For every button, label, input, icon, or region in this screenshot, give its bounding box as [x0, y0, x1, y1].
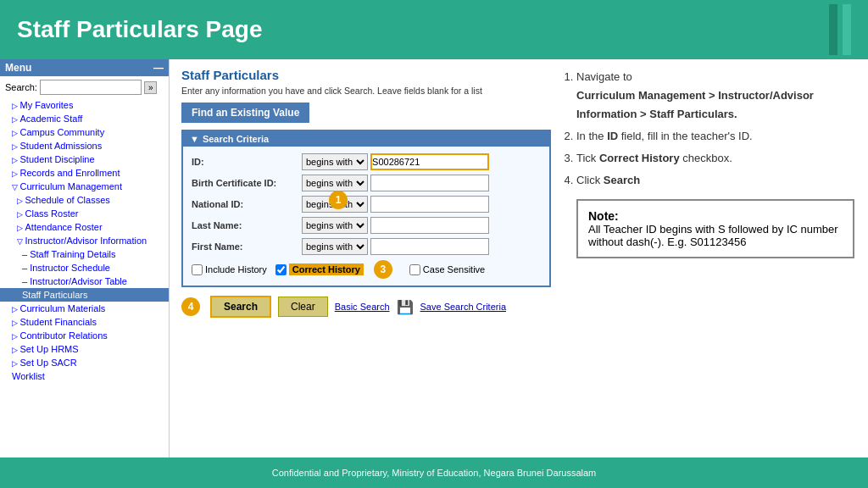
sidebar-item-contributor-relations[interactable]: Contributor Relations: [0, 329, 169, 342]
step1-bold: Curriculum Management > Instructor/Advis…: [576, 89, 814, 120]
instruction-step-4: Click Search: [576, 171, 854, 190]
save-search-criteria-button[interactable]: Save Search Criteria: [420, 302, 507, 312]
sidebar-search-button[interactable]: »: [144, 81, 158, 94]
case-sensitive-checkbox[interactable]: [409, 264, 420, 275]
search-criteria-label: Search Criteria: [203, 134, 269, 144]
instructions-list: Navigate to Curriculum Management > Inst…: [576, 68, 854, 191]
sidebar-item-class-roster[interactable]: Class Roster: [0, 207, 169, 220]
field-value-id[interactable]: [370, 153, 489, 170]
header-title: Staff Particulars Page: [17, 16, 262, 43]
badge-3: 3: [374, 260, 392, 279]
sidebar-item-attendance-roster[interactable]: Attendance Roster: [0, 220, 169, 234]
field-operator-birth-cert[interactable]: begins with contains: [302, 175, 368, 191]
sidebar-minimize-btn[interactable]: —: [153, 62, 164, 74]
case-sensitive-label[interactable]: Case Sensitive: [409, 264, 485, 275]
case-sensitive-text: Case Sensitive: [423, 264, 485, 274]
footer-text: Confidential and Proprietary, Ministry o…: [272, 468, 597, 478]
instruction-step-2: In the ID field, fill in the teacher's I…: [576, 127, 854, 146]
sidebar-item-student-discipline[interactable]: Student Discipline: [0, 152, 169, 166]
sidebar-search-row: Search: »: [0, 76, 169, 98]
sidebar-item-staff-training[interactable]: Staff Training Details: [0, 247, 169, 261]
field-row-first-name: First Name: begins with contains: [192, 238, 541, 255]
sidebar-item-worklist[interactable]: Worklist: [0, 369, 169, 383]
staff-subtitle: Enter any information you have and click…: [181, 86, 551, 96]
button-row: 4 Search Clear Basic Search 💾 Save Searc…: [181, 296, 551, 318]
field-label-id: ID:: [192, 157, 302, 167]
search-criteria-header: ▼ Search Criteria: [183, 131, 549, 147]
field-value-first-name[interactable]: [370, 238, 489, 255]
badge-4: 4: [181, 297, 200, 316]
field-row-last-name: Last Name: begins with contains: [192, 217, 541, 234]
field-row-national-id: National ID: begins with contains: [192, 196, 541, 213]
include-history-checkbox[interactable]: [192, 264, 203, 275]
sidebar: Menu — Search: » My Favorites Academic S…: [0, 59, 170, 458]
field-row-id: ID: begins with contains =: [192, 153, 541, 170]
sidebar-item-student-admissions[interactable]: Student Admissions: [0, 139, 169, 152]
sidebar-item-my-favorites[interactable]: My Favorites: [0, 98, 169, 112]
checkbox-row: Include History Correct History 3 Case S…: [192, 260, 541, 279]
field-operator-last-name[interactable]: begins with contains: [302, 217, 368, 234]
step4-bold: Search: [604, 174, 640, 186]
field-operator-first-name[interactable]: begins with contains: [302, 238, 368, 255]
sidebar-item-campus-community[interactable]: Campus Community: [0, 125, 169, 139]
sidebar-item-set-up-hrms[interactable]: Set Up HRMS: [0, 342, 169, 356]
basic-search-button[interactable]: Basic Search: [335, 302, 390, 312]
sidebar-item-records-enrollment[interactable]: Records and Enrollment: [0, 166, 169, 180]
field-value-national-id[interactable]: [370, 196, 489, 213]
correct-history-checkbox[interactable]: [275, 264, 287, 275]
footer: Confidential and Proprietary, Ministry o…: [0, 458, 868, 488]
sidebar-search-label: Search:: [5, 82, 37, 92]
field-label-birth-cert: Birth Certificate ID:: [192, 178, 302, 188]
sidebar-item-schedule-classes[interactable]: Schedule of Classes: [0, 193, 169, 207]
page-header: Staff Particulars Page: [0, 0, 868, 59]
search-button[interactable]: Search: [210, 296, 271, 318]
right-panel: Navigate to Curriculum Management > Inst…: [563, 59, 868, 458]
field-row-birth-cert: Birth Certificate ID: begins with contai…: [192, 175, 541, 191]
sidebar-item-staff-particulars[interactable]: Staff Particulars: [0, 288, 169, 302]
sidebar-menu-label: Menu: [5, 62, 31, 74]
sidebar-item-curriculum-materials[interactable]: Curriculum Materials: [0, 302, 169, 315]
step2-id: ID: [607, 130, 618, 142]
instruction-step-3: Tick Correct History checkbox.: [576, 149, 854, 168]
header-bar-2: [843, 4, 851, 55]
main-content: Menu — Search: » My Favorites Academic S…: [0, 59, 868, 458]
note-title: Note:: [588, 209, 843, 223]
field-operator-id[interactable]: begins with contains =: [302, 153, 368, 170]
correct-history-text: Correct History: [289, 263, 364, 275]
sidebar-item-instructor-advisor-table[interactable]: Instructor/Advisor Table: [0, 274, 169, 288]
find-existing-value-button[interactable]: Find an Existing Value: [181, 103, 309, 123]
staff-title: Staff Particulars: [181, 68, 551, 82]
note-text: All Teacher ID begins with S followed by…: [588, 223, 843, 248]
include-history-label[interactable]: Include History: [192, 264, 267, 275]
badge-1: 1: [329, 191, 348, 209]
center-panel: 1 Staff Particulars Enter any informatio…: [170, 59, 563, 458]
sidebar-item-curriculum-management[interactable]: Curriculum Management: [0, 180, 169, 193]
note-box: Note: All Teacher ID begins with S follo…: [576, 199, 854, 258]
clear-button[interactable]: Clear: [278, 297, 328, 317]
field-label-national-id: National ID:: [192, 199, 302, 209]
field-value-birth-cert[interactable]: [370, 175, 489, 191]
field-label-last-name: Last Name:: [192, 220, 302, 230]
step3-bold: Correct History: [599, 152, 680, 164]
include-history-text: Include History: [205, 264, 267, 274]
field-label-first-name: First Name:: [192, 241, 302, 252]
floppy-icon: 💾: [397, 299, 414, 315]
sidebar-search-input[interactable]: [40, 80, 142, 95]
field-value-last-name[interactable]: [370, 217, 489, 234]
search-criteria-box: ▼ Search Criteria ID: begins with contai…: [181, 130, 551, 287]
instruction-step-1: Navigate to Curriculum Management > Inst…: [576, 68, 854, 124]
sidebar-item-instructor-advisor[interactable]: Instructor/Advisor Information: [0, 234, 169, 247]
sidebar-item-student-financials[interactable]: Student Financials: [0, 315, 169, 329]
sidebar-menu-bar: Menu —: [0, 59, 169, 76]
header-accent: [829, 4, 851, 55]
sidebar-item-set-up-sacr[interactable]: Set Up SACR: [0, 356, 169, 369]
sidebar-item-academic-staff[interactable]: Academic Staff: [0, 112, 169, 125]
sidebar-item-instructor-schedule[interactable]: Instructor Schedule: [0, 261, 169, 274]
search-criteria-body: ID: begins with contains = 2 Birth Certi…: [183, 147, 549, 286]
correct-history-label[interactable]: Correct History: [275, 263, 364, 275]
triangle-icon: ▼: [190, 134, 199, 144]
header-bar-1: [829, 4, 837, 55]
